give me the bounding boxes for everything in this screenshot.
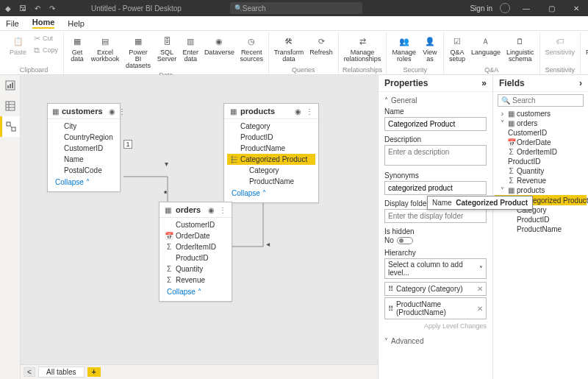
field-row[interactable]: ΣQuantity [162,263,229,274]
table-card-customers[interactable]: ▦customers◉⋮ City CountryRegion Customer… [47,103,121,192]
field-row[interactable]: ProductID [227,132,315,143]
collapse-link[interactable]: Collapse ˄ [227,187,315,199]
remove-level-button[interactable]: ✕ [477,285,483,293]
menu-help[interactable]: Help [68,19,85,28]
description-input[interactable] [384,145,487,166]
tab-back-button[interactable]: < [24,367,35,377]
global-search-input[interactable] [243,4,358,13]
field-tree-column[interactable]: 📅OrderDate [495,138,587,147]
view-as-button[interactable]: 👤View as [420,32,440,64]
menu-file[interactable]: File [6,19,19,28]
apply-level-changes[interactable]: Apply Level Changes [379,321,492,334]
more-icon[interactable]: ⋮ [118,107,126,116]
hierarchy-select[interactable]: Select a column to add level...˅ [384,258,487,279]
table-card-orders[interactable]: ▦orders◉⋮ CustomerID 📅OrderDate ΣOrderIt… [159,202,232,302]
table-card-products[interactable]: ▦products◉⋮ Category ProductID ProductNa… [223,103,319,203]
field-row[interactable]: 📅OrderDate [162,230,229,241]
collapse-panel-icon[interactable]: › [579,78,582,88]
model-canvas[interactable]: 1 ▾ * 1 * ▾ ▦customers◉⋮ City CountryReg… [21,75,378,379]
more-icon[interactable]: ⋮ [218,205,227,214]
manage-relationships-button[interactable]: ⇄Manage relationships [342,32,384,64]
redo-icon[interactable]: ↷ [47,3,57,13]
refresh-button[interactable]: ⟳Refresh [307,32,335,57]
pbi-datasets-button[interactable]: ▦Power BI datasets [123,32,154,71]
display-folder-input[interactable] [384,209,487,223]
field-row[interactable]: CustomerID [162,219,229,230]
fields-search[interactable]: 🔍 [498,94,584,107]
field-row[interactable]: Category [227,121,315,132]
field-row[interactable]: CountryRegion [51,132,117,143]
field-tree-column[interactable]: ProductName [495,224,587,234]
collapse-link[interactable]: Collapse ˄ [51,176,117,188]
sql-server-button[interactable]: 🗄SQL Server [155,32,179,64]
enter-data-button[interactable]: ▥Enter data [180,32,201,64]
field-tree-column[interactable]: ProductID [495,157,587,166]
field-tree-table[interactable]: ˅▦orders [495,118,587,128]
drag-handle-icon[interactable]: ⠿ [388,285,393,293]
menu-home[interactable]: Home [32,18,55,29]
report-view-button[interactable] [0,75,20,96]
save-icon[interactable]: 🖫 [18,3,28,13]
field-row[interactable]: ΣOrderItemID [162,241,229,252]
sensitivity-button[interactable]: 🏷Sensitivity [543,32,578,57]
paste-button[interactable]: 📋 Paste [7,32,29,57]
synonyms-input[interactable] [384,181,487,195]
hierarchy-level-row[interactable]: ProductName [227,176,315,187]
fields-search-input[interactable] [512,96,580,105]
qa-setup-button[interactable]: ☑Q&A setup [447,32,467,64]
excel-button[interactable]: ▤Excel workbook [89,32,121,64]
section-general[interactable]: ˄General [379,93,492,107]
collapse-link[interactable]: Collapse ˄ [162,286,229,298]
is-hidden-toggle[interactable]: No [379,236,419,249]
field-row[interactable]: ΣRevenue [162,274,229,286]
sign-in-link[interactable]: Sign in [470,4,492,13]
linguistic-schema-button[interactable]: 🗒Linguistic schema [504,32,537,64]
field-tree-column[interactable]: CustomerID [495,128,587,138]
close-button[interactable]: ✕ [567,0,585,16]
tab-add-button[interactable]: + [87,367,101,377]
field-tree-table[interactable]: ˅▦products [495,185,587,195]
minimize-button[interactable]: — [517,0,535,16]
hierarchy-level-item[interactable]: ⠿ProductName (ProductName)✕ [384,297,487,319]
cut-button[interactable]: ✂Cut [30,32,60,44]
undo-icon[interactable]: ↶ [32,3,43,13]
visibility-icon[interactable]: ◉ [207,205,215,214]
hierarchy-level-row[interactable]: Category [227,165,315,176]
field-tree-column[interactable]: ΣQuantity [495,166,587,176]
visibility-icon[interactable]: ◉ [109,107,115,116]
field-row[interactable]: Name [51,154,117,165]
visibility-icon[interactable]: ◉ [293,107,302,116]
field-row[interactable]: ProductName [227,143,315,154]
field-row[interactable]: CustomerID [51,143,117,154]
collapse-panel-icon[interactable]: » [481,78,487,88]
user-avatar[interactable] [500,3,510,13]
field-tree-column[interactable]: ΣOrderItemID [495,147,587,157]
maximize-button[interactable]: ▢ [542,0,560,16]
field-row[interactable]: ProductID [162,252,229,263]
transform-data-button[interactable]: 🛠Transform data [272,32,306,64]
manage-roles-button[interactable]: 👥Manage roles [390,32,418,64]
data-view-button[interactable] [0,96,20,116]
field-row[interactable]: PostalCode [51,165,117,176]
section-advanced[interactable]: ˅Advanced [379,334,492,348]
global-search[interactable]: 🔍 [230,2,362,14]
model-view-button[interactable] [0,116,20,137]
field-tree-table[interactable]: ›▦customers [495,109,587,118]
field-tree-column[interactable]: ProductID [495,215,587,224]
dataverse-button[interactable]: ◉Dataverse [202,32,236,57]
remove-level-button[interactable]: ✕ [477,305,483,313]
drag-handle-icon[interactable]: ⠿ [388,305,393,313]
more-icon[interactable]: ⋮ [305,107,314,116]
tab-all-tables[interactable]: All tables [38,366,85,378]
language-button[interactable]: ＡLanguage [469,32,503,57]
name-input[interactable] [384,117,487,131]
hierarchy-level-item[interactable]: ⠿Category (Category)✕ [384,282,487,296]
field-row[interactable]: City [51,121,117,132]
copy-button[interactable]: ⧉Copy [30,44,60,56]
table-icon: ▦ [229,107,237,116]
field-tree-column[interactable]: ΣRevenue [495,176,587,185]
publish-button[interactable]: ⇪Publish [584,32,588,57]
get-data-button[interactable]: ▦Get data [67,32,87,64]
recent-sources-button[interactable]: ◷Recent sources [238,32,265,64]
hierarchy-row-selected[interactable]: ⬱Categorized Product [227,154,315,165]
